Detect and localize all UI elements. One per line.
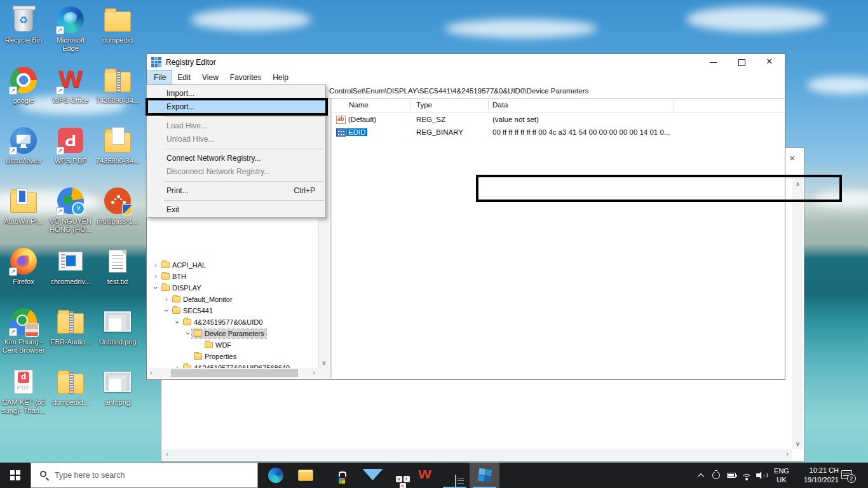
tray-battery[interactable]: [724, 463, 738, 488]
desktop-icon-label: WPS PDF: [48, 157, 93, 165]
tree-item-label: WDF: [215, 341, 231, 349]
desktop-icon-cam-ket[interactable]: CAM KẾT (bổ sung)- Thao...: [1, 367, 46, 415]
menu-item-import[interactable]: Import...: [147, 87, 325, 100]
file-explorer-icon: [298, 470, 313, 481]
taskbar-registry-editor[interactable]: [470, 463, 499, 488]
desktop-icon-zip-2[interactable]: 7435890-34...: [95, 126, 140, 165]
chevron-right-icon[interactable]: ›: [152, 261, 159, 269]
taskbar-wps-office[interactable]: W: [410, 463, 440, 488]
desktop-icon-label: AutoWinPr...: [1, 217, 46, 226]
menu-favorites[interactable]: Favorites: [224, 71, 267, 85]
desktop-icon-vo-nguyen-hong[interactable]: VÕ NGUYỄN HỒNG (HO...: [48, 186, 93, 234]
desktop-icon-multipass[interactable]: multipass-1...: [95, 186, 140, 226]
tree-item[interactable]: ›4&24519577&0&UID0: [147, 316, 318, 328]
menu-view[interactable]: View: [196, 71, 224, 85]
tree-item[interactable]: ›ACPI_HAL: [147, 259, 318, 271]
tray-ultraviewer[interactable]: [709, 463, 723, 488]
desktop-icon-test-txt[interactable]: test.txt: [95, 247, 140, 286]
desktop-icon-label: dumpedid: [95, 36, 140, 44]
tree-item[interactable]: ›4&24519577&0&UID67568640: [147, 362, 318, 368]
scroll-down-icon[interactable]: ∨: [319, 358, 329, 368]
scroll-left-icon[interactable]: ‹: [147, 368, 156, 378]
menu-item-print[interactable]: Print...Ctrl+P: [147, 184, 325, 198]
chevron-down-icon[interactable]: ›: [151, 284, 160, 292]
chevron-right-icon[interactable]: ›: [173, 363, 181, 368]
scrollbar-thumb[interactable]: [171, 369, 298, 377]
tree-item[interactable]: ›Default_Monitor: [147, 294, 318, 305]
column-separator[interactable]: [488, 100, 489, 111]
taskbar-notepad[interactable]: [440, 463, 470, 488]
desktop-icon-dumpedid[interactable]: dumpedid: [95, 5, 140, 44]
desktop-icon-recycle-bin[interactable]: Recycle Bin: [1, 5, 46, 44]
scroll-right-icon[interactable]: ›: [309, 368, 318, 378]
folder-icon: [104, 11, 131, 32]
desktop-icon-ebr-audio[interactable]: EBR-Audio...: [48, 307, 93, 346]
menu-item-exit[interactable]: Exit: [147, 203, 325, 217]
taskbar-search[interactable]: Type here to search: [31, 463, 258, 488]
menu-item-connect-network-registry[interactable]: Connect Network Registry...: [147, 152, 325, 165]
chevron-down-icon[interactable]: ›: [173, 318, 182, 326]
taskbar-microsoft-store[interactable]: [320, 463, 350, 488]
tree-horizontal-scrollbar[interactable]: ‹ ›: [147, 368, 318, 378]
column-header-data[interactable]: Data: [492, 101, 508, 109]
menu-edit[interactable]: Edit: [172, 71, 196, 85]
scroll-right-icon[interactable]: ›: [782, 449, 792, 459]
menu-file[interactable]: File: [148, 71, 172, 85]
scroll-down-icon[interactable]: ∨: [792, 439, 803, 449]
desktop-icon-dumpedid-zip[interactable]: dumpedid...: [48, 367, 93, 407]
language-indicator[interactable]: ENG UK: [770, 463, 793, 488]
desktop-icon-chromedriver[interactable]: chromedriv...: [48, 247, 93, 286]
tray-network[interactable]: [740, 463, 754, 488]
taskbar-unikey[interactable]: uin: [380, 463, 410, 488]
value-row-edid[interactable]: EDID REG_BINARY 00 ff ff ff ff ff ff 00 …: [332, 126, 785, 139]
column-separator[interactable]: [410, 100, 411, 111]
menu-help[interactable]: Help: [267, 71, 294, 85]
maximize-button[interactable]: [728, 54, 756, 71]
action-center[interactable]: 2: [841, 463, 863, 488]
menu-item-export[interactable]: Export...: [147, 100, 325, 114]
taskbar-mail[interactable]: [350, 463, 380, 488]
value-name-selected: EDID: [346, 128, 367, 136]
desktop-icon-wps-office[interactable]: WPS Office: [48, 65, 93, 105]
column-header-name[interactable]: Name: [349, 101, 369, 109]
close-icon[interactable]: ×: [786, 152, 799, 165]
chevron-right-icon[interactable]: ›: [152, 272, 159, 281]
value-row-default[interactable]: (Default) REG_SZ (value not set): [332, 114, 785, 126]
desktop-icon-label: test.txt: [95, 278, 140, 286]
desktop-icon-anh-png[interactable]: anh.png: [95, 367, 140, 407]
tree-item[interactable]: ›BTH: [147, 271, 318, 282]
chevron-down-icon[interactable]: ›: [184, 330, 193, 337]
minimize-button[interactable]: [699, 54, 728, 71]
tree-item[interactable]: ›SEC5441: [147, 305, 318, 316]
title-bar[interactable]: Registry Editor: [147, 54, 785, 71]
desktop-icon-microsoft-edge[interactable]: Microsoft Edge: [48, 5, 93, 53]
clock[interactable]: 10:21 CH 19/10/2021: [794, 463, 839, 488]
desktop-icon-google[interactable]: google: [1, 65, 46, 105]
chevron-down-icon[interactable]: ›: [162, 307, 171, 315]
desktop-icon-label: Kim Phụng - Cent Browser: [1, 338, 46, 355]
column-separator[interactable]: [674, 100, 674, 111]
vertical-scrollbar[interactable]: ∧ ∨: [792, 179, 803, 449]
tree-item[interactable]: Properties: [147, 351, 318, 362]
taskbar-file-explorer[interactable]: [290, 463, 320, 488]
scroll-up-icon[interactable]: ∧: [792, 179, 803, 189]
tree-item[interactable]: ›DISPLAY: [147, 282, 318, 294]
desktop-icon-kim-phung[interactable]: Kim Phụng - Cent Browser: [1, 307, 46, 355]
desktop-icon-wps-pdf[interactable]: WPS PDF: [48, 126, 93, 165]
desktop-icon-ultraviewer[interactable]: UltraViewer: [1, 126, 46, 165]
tree-item-selected[interactable]: ›Device Parameters: [147, 328, 318, 339]
hidden-icons-chevron[interactable]: [694, 463, 708, 488]
desktop-icon-untitled-png[interactable]: Untitled.png: [95, 307, 140, 346]
desktop-icon-firefox[interactable]: Firefox: [1, 247, 46, 286]
start-button[interactable]: [0, 463, 31, 488]
tray-volume[interactable]: [755, 463, 769, 488]
horizontal-scrollbar[interactable]: ‹ ›: [162, 449, 792, 461]
desktop-icon-autowinpr[interactable]: AutoWinPr...: [1, 186, 46, 226]
tree-item[interactable]: WDF: [147, 339, 318, 351]
taskbar-edge[interactable]: [261, 463, 290, 488]
close-button[interactable]: [756, 54, 785, 71]
desktop-icon-zip-1[interactable]: 7435890-34...: [95, 65, 140, 105]
chevron-right-icon[interactable]: ›: [163, 295, 170, 304]
scroll-left-icon[interactable]: ‹: [162, 449, 172, 459]
column-header-type[interactable]: Type: [416, 101, 432, 109]
